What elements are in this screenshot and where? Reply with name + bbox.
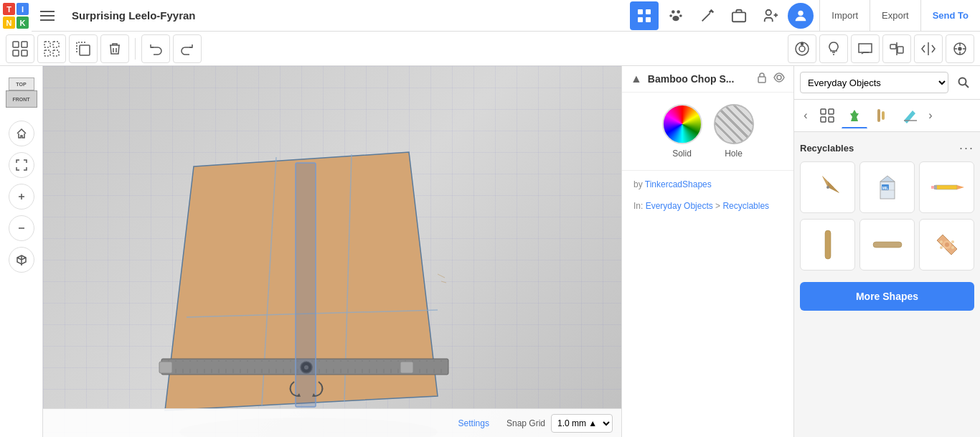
svg-rect-12 [646, 9, 651, 14]
shape-pinwheel[interactable] [800, 161, 855, 213]
right-tools [788, 34, 974, 63]
svg-point-44 [958, 47, 961, 50]
svg-point-66 [777, 75, 781, 80]
main-area: TOP FRONT [0, 66, 980, 437]
topbar-icons [630, 1, 814, 30]
svg-rect-82 [936, 185, 957, 189]
snap-tool-button[interactable] [946, 34, 974, 63]
camera-tool-button[interactable] [788, 34, 816, 63]
svg-rect-30 [22, 50, 27, 56]
property-panel: ▲ Bamboo Chop S... [621, 66, 793, 437]
shapes-search-button[interactable] [953, 72, 974, 93]
workshop-button[interactable] [693, 1, 722, 30]
tab-sticks[interactable] [869, 103, 895, 128]
ungroup-button[interactable] [37, 34, 66, 63]
tab-eraser[interactable] [896, 103, 922, 128]
solid-label: Solid [672, 149, 692, 159]
settings-label[interactable]: Settings [458, 418, 489, 428]
shapes-tabs: ‹ [794, 100, 980, 132]
svg-rect-9 [40, 15, 55, 17]
tab-prev-button[interactable]: ‹ [798, 103, 813, 128]
creator-info: by TinkercadShapes [622, 170, 793, 198]
svg-rect-33 [44, 50, 50, 56]
creator-link[interactable]: TinkercadShapes [645, 179, 712, 189]
svg-rect-11 [638, 9, 643, 14]
redo-button[interactable] [173, 34, 202, 63]
shape-milk-carton[interactable]: MIL [859, 161, 915, 213]
add-person-button[interactable] [756, 1, 785, 30]
property-header: ▲ Bamboo Chop S... [622, 66, 793, 93]
community-button[interactable] [661, 1, 690, 30]
align-tool-button[interactable] [882, 34, 911, 63]
canvas-area[interactable]: Settings Snap Grid 1.0 mm ▲ 0.5 mm 2.0 m… [43, 66, 621, 437]
svg-rect-72 [829, 117, 834, 122]
svg-point-92 [951, 240, 954, 243]
category-separator: > [715, 201, 722, 211]
svg-rect-28 [22, 42, 27, 47]
svg-point-17 [670, 14, 673, 17]
mirror-tool-button[interactable] [914, 34, 943, 63]
topbar: T I N K Surprising Leelo-Fyyran [0, 0, 980, 32]
svg-point-38 [801, 42, 804, 44]
shape-bandage[interactable] [919, 219, 974, 271]
shapes-category-select[interactable]: Everyday Objects [800, 72, 948, 93]
lock-icon[interactable] [756, 72, 768, 86]
category-2-link[interactable]: Recyclables [722, 201, 769, 211]
section-more-button[interactable]: ··· [959, 141, 974, 156]
visibility-icon[interactable] [773, 72, 785, 86]
tab-featured[interactable] [814, 103, 840, 128]
3d-object[interactable] [136, 123, 481, 437]
shape-twig[interactable] [859, 219, 915, 271]
svg-rect-35 [80, 45, 90, 55]
svg-rect-27 [13, 42, 19, 47]
chat-tool-button[interactable] [851, 34, 880, 63]
tab-recyclables[interactable] [842, 103, 867, 128]
view-cube[interactable]: TOP FRONT [4, 72, 39, 115]
creator-prefix: by [633, 179, 645, 189]
menu-button[interactable] [32, 0, 63, 32]
svg-marker-83 [957, 185, 964, 189]
svg-rect-59 [400, 362, 413, 373]
snap-grid-select[interactable]: 1.0 mm ▲ 0.5 mm 2.0 mm [551, 414, 613, 433]
svg-line-20 [702, 13, 710, 21]
zoom-in-button[interactable] [9, 184, 34, 210]
svg-point-91 [940, 240, 943, 243]
svg-text:MIL: MIL [882, 186, 888, 190]
shape-pencil[interactable] [919, 161, 974, 213]
svg-rect-65 [758, 77, 765, 83]
undo-button[interactable] [141, 34, 170, 63]
shape-stick[interactable] [800, 219, 855, 271]
svg-rect-34 [53, 50, 59, 56]
settings-bar: Settings Snap Grid 1.0 mm ▲ 0.5 mm 2.0 m… [43, 408, 621, 437]
shape-name: Bamboo Chop S... [648, 73, 750, 85]
import-button[interactable]: Import [819, 0, 870, 33]
svg-point-37 [799, 46, 805, 52]
fit-view-button[interactable] [9, 152, 34, 178]
home-view-button[interactable] [9, 121, 34, 146]
shapes-grid-row1: MIL [800, 161, 974, 213]
svg-rect-70 [829, 109, 834, 114]
projects-button[interactable] [725, 1, 753, 30]
group-button[interactable] [6, 34, 34, 63]
avatar-button[interactable] [788, 3, 814, 29]
zoom-out-button[interactable] [9, 215, 34, 241]
3d-view-button[interactable] [9, 247, 34, 273]
bulb-tool-button[interactable] [819, 34, 848, 63]
export-button[interactable]: Export [870, 0, 920, 33]
svg-line-68 [966, 85, 969, 88]
category-1-link[interactable]: Everyday Objects [646, 201, 713, 211]
hole-preview [714, 104, 754, 144]
svg-rect-58 [159, 362, 172, 373]
hole-option[interactable]: Hole [714, 104, 754, 159]
send-to-button[interactable]: Send To [920, 0, 980, 33]
solid-option[interactable]: Solid [662, 104, 702, 159]
more-shapes-button[interactable]: More Shapes [800, 282, 974, 311]
svg-point-76 [826, 186, 829, 189]
section-header: Recyclables ··· [800, 138, 974, 161]
duplicate-button[interactable] [69, 34, 98, 63]
cube-top-face: TOP [9, 77, 34, 90]
grid-view-button[interactable] [630, 1, 659, 30]
collapse-button[interactable]: ▲ [631, 72, 642, 85]
delete-button[interactable] [100, 34, 129, 63]
tab-next-button[interactable]: › [923, 103, 938, 128]
